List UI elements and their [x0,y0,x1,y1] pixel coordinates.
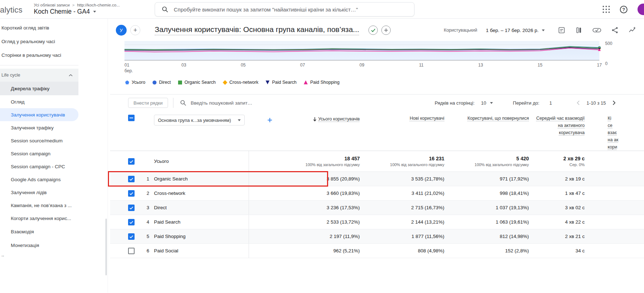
sidebar-item-session-campaign-cpc[interactable]: Session campaign - CPC [0,160,78,173]
sidebar-scrollbar[interactable] [105,219,107,275]
report-saved-check-button[interactable] [368,26,378,35]
sidebar-item-overview[interactable]: Огляд [0,95,78,108]
column-header-total-users[interactable]: Усього користувачів [313,115,360,123]
cell-returning: 1 063 (19,61%) [450,219,535,225]
row-checkbox[interactable] [128,233,135,240]
row-checkbox[interactable] [128,158,135,165]
table-row[interactable]: 4 Paid Search 2 533 (13,72%) 2 144 (13,2… [110,215,644,229]
channel-name: Organic Search [154,176,249,182]
rows-per-page-select[interactable]: 10 [481,100,493,106]
cell-users: 2 197 (11,9%) [249,229,366,243]
dimension-selector[interactable]: Основна група к...за умовчанням) [154,115,245,125]
add-report-button[interactable] [381,26,391,35]
notes-icon[interactable] [558,26,566,34]
table-row[interactable]: 5 Paid Shopping 2 197 (11,9%) 1 877 (11,… [110,229,644,244]
table-row[interactable]: 2 Cross-network 3 660 (19,83%) 3 411 (21… [110,186,644,201]
table-row[interactable]: 6 Paid Social 962 (5,21%) 808 (4,98%) 15… [110,244,644,258]
chart-legend: Усього Direct Organic Search Cross-netwo… [125,80,644,85]
search-input[interactable] [174,6,408,13]
cell-avg-time: 2 хв 21 с [535,234,590,239]
row-checkbox[interactable] [128,205,135,211]
chevron-down-icon [93,11,96,13]
add-metric-icon[interactable] [267,118,272,123]
column-header-new-users[interactable]: Нові користувачі [366,115,450,151]
global-search[interactable] [155,2,414,17]
cell-users: 962 (5,21%) [249,244,366,258]
table-search-input[interactable] [191,100,270,106]
row-checkbox[interactable] [128,190,135,197]
sidebar-item-user-acquisition-cohorts[interactable]: Когорти залучення корис... [0,212,78,225]
help-icon[interactable]: ? [620,6,627,13]
line-chart-canvas[interactable] [124,41,599,60]
add-collaborator-button[interactable]: + [130,25,140,35]
sidebar-item-realtime-overview[interactable]: Огляд у реальному часі [0,35,78,48]
legend-item-cross-network[interactable]: Cross-network [223,80,259,85]
table-search[interactable] [180,100,270,106]
sort-descending-icon [313,117,317,122]
sidebar-topic-traffic-sources[interactable]: Джерела трафіку [0,82,78,95]
sidebar-item-user-acquisition[interactable]: Залучення користувачів [0,108,78,121]
sidebar-item-realtime-pages[interactable]: Сторінки в реальному часі [0,48,78,62]
legend-item-total[interactable]: Усього [125,80,145,85]
cell-users: 3 855 (20,89%) [249,172,366,186]
breadcrumb-accounts[interactable]: Усі облікові записи [34,3,70,7]
previous-page-button[interactable] [575,99,582,106]
sidebar-item-reports-snapshot[interactable]: Короткий огляд звітів [0,21,78,35]
table-row[interactable]: 1 Organic Search 3 855 (20,89%) 3 535 (2… [110,172,644,186]
sidebar-item-session-campaign[interactable]: Session campaign [0,147,78,160]
column-header-avg-engagement-time[interactable]: Середній час взаємодії на активного кори… [535,115,590,151]
column-header-clipped[interactable]: Кі се взає на ак кори [590,115,644,151]
table-row[interactable]: 3 Direct 3 236 (17,53%) 2 715 (16,73%) 1… [110,201,644,215]
date-range-value[interactable]: 1 бер. – 17 бер. 2026 р. [486,28,539,33]
row-checkbox[interactable] [128,219,135,225]
cell-avg-time: 3 хв 02 с [535,205,590,210]
sidebar-item-partial[interactable]: .. [0,252,108,263]
comparison-columns-icon[interactable] [575,26,583,34]
account-avatar[interactable] [638,4,644,15]
x-axis-tick: 03 [181,63,186,68]
report-title[interactable]: Залучення користувачів: Основна група ка… [155,25,359,35]
legend-item-organic-search[interactable]: Organic Search [178,80,216,85]
sidebar-topic-monetization[interactable]: Монетизація [0,238,78,252]
channel-name: Paid Shopping [154,234,249,239]
totals-avg-time: 2 хв 29 с [563,156,585,161]
property-selector[interactable]: Усі облікові записи > http://koch-chemie… [34,3,120,15]
sidebar-item-unassigned-campaign[interactable]: Кампанія, не пов’язана з ... [0,199,78,212]
apply-filter-icon[interactable] [592,26,602,34]
row-checkbox[interactable] [128,248,135,254]
apps-grid-icon[interactable] [603,6,610,13]
sidebar-item-session-source-medium[interactable]: Session source/medium [0,134,78,147]
analytics-logo[interactable]: alytics [0,4,31,15]
cell-users: 3 236 (17,53%) [249,201,366,215]
go-to-page-input[interactable]: 1 [549,100,552,106]
traffic-line-chart[interactable]: 500 0 [124,41,599,60]
channels-table: Внести рядки Рядків на сторінці: 10 [110,94,644,258]
share-icon[interactable] [611,26,619,34]
legend-item-direct[interactable]: Direct [153,80,171,85]
date-range-picker[interactable]: 1 бер. – 17 бер. 2026 р. [486,28,545,33]
next-page-button[interactable] [610,99,617,106]
legend-item-paid-search[interactable]: Paid Search [266,80,296,85]
sidebar-topic-engagement[interactable]: Взаємодія [0,225,78,238]
sidebar-item-lead-acquisition[interactable]: Залучення лідів [0,186,78,199]
breadcrumb[interactable]: Усі облікові записи > http://koch-chemie… [34,3,120,7]
breadcrumb-property-url[interactable]: http://koch-chemie.co... [77,3,120,7]
report-navigation-sidebar: Короткий огляд звітів Огляд у реальному … [0,19,108,293]
legend-item-paid-shopping[interactable]: Paid Shopping [304,80,339,85]
property-name[interactable]: Koch Chemie - GA4 [34,8,90,15]
sidebar-section-life-cycle[interactable]: Life cycle [0,69,78,82]
series-marker-icon [223,80,227,85]
series-marker-icon [153,81,157,84]
select-all-checkbox[interactable] [128,115,135,121]
import-rows-button[interactable]: Внести рядки [128,98,168,108]
row-checkbox[interactable] [128,176,135,182]
section-label: Life cycle [1,73,20,78]
series-marker-icon [125,81,129,84]
row-number: 2 [142,191,154,196]
column-header-returning-users[interactable]: Користувачі, що повернулися [450,115,535,151]
sidebar-item-google-ads-campaigns[interactable]: Google Ads campaigns [0,173,78,186]
search-icon [162,6,168,13]
insights-icon[interactable] [628,26,636,34]
sidebar-item-traffic-acquisition[interactable]: Залучення трафіку [0,121,78,134]
report-owner-avatar[interactable]: У [116,25,127,36]
